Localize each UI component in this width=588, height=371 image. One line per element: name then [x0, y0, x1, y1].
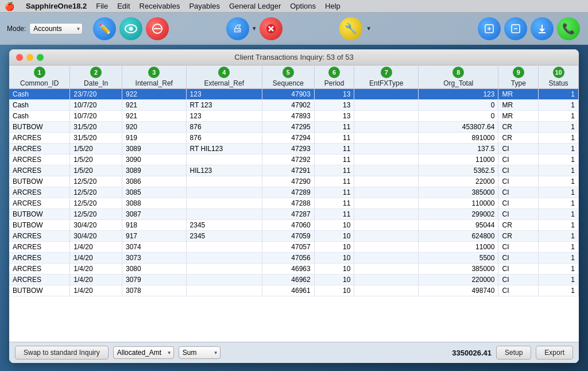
tools-dropdown-icon[interactable]: ▼ [366, 25, 372, 32]
table-row[interactable]: BUTBOW12/5/2030874728711299002CI1 [9, 209, 579, 220]
table-row[interactable]: ARCRES1/5/203089RT HIL1234729311137.5CI1 [9, 144, 579, 154]
cell-date: 10/7/20 [70, 100, 122, 111]
swap-inquiry-button[interactable]: Swap to standard Inquiry [15, 346, 109, 360]
table-row[interactable]: Cash10/7/2092112347893130MR1 [9, 111, 579, 122]
cell-internal-ref: 3089 [122, 165, 186, 176]
print-button[interactable]: 🖨 [226, 17, 249, 40]
export-button[interactable]: Export [536, 346, 573, 360]
cell-common-id: BUTBOW [9, 176, 70, 187]
table-row[interactable]: ARCRES1/5/203090472921111000CI1 [9, 154, 579, 165]
cell-type: CI [498, 187, 539, 198]
cell-external-ref [186, 264, 262, 275]
cell-internal-ref: 921 [122, 100, 186, 111]
cell-period: 10 [314, 220, 354, 231]
menu-file[interactable]: File [96, 2, 108, 10]
cell-org-total: 220000 [419, 275, 498, 285]
maximize-traffic-light[interactable] [37, 54, 44, 61]
cell-date: 1/4/20 [70, 264, 122, 275]
print-dropdown-icon[interactable]: ▼ [252, 25, 257, 32]
cell-type: CR [498, 133, 539, 144]
table-row[interactable]: Cash10/7/20921RT 12347902130MR1 [9, 100, 579, 111]
cell-external-ref [186, 253, 262, 264]
table-row[interactable]: ARCRES12/5/2030884728811110000CI1 [9, 198, 579, 209]
col-num-8: 8 [452, 67, 464, 78]
table-row[interactable]: ARCRES1/4/2030794696210220000CI1 [9, 275, 579, 285]
action3-button[interactable] [531, 17, 554, 40]
cell-type: MR [498, 100, 539, 111]
table-container[interactable]: 1 Common_ID 2 Date_In 3 Internal_R [9, 65, 579, 342]
col-header-external-ref: 4 External_Ref [186, 65, 262, 89]
menu-edit[interactable]: Edit [117, 2, 130, 10]
table-row[interactable]: BUTBOW30/4/209182345470601095044CR1 [9, 220, 579, 231]
setup-button[interactable]: Setup [496, 346, 531, 360]
cell-period: 13 [314, 100, 354, 111]
cell-entfxtype [354, 154, 419, 165]
close-traffic-light[interactable] [16, 54, 23, 61]
cell-internal-ref: 922 [122, 89, 186, 100]
cell-internal-ref: 3078 [122, 285, 186, 296]
agg-select[interactable]: Sum Average Count [179, 346, 220, 359]
cell-sequence: 46963 [262, 264, 315, 275]
table-row[interactable]: BUTBOW31/5/209208764729511453807.64CR1 [9, 122, 579, 133]
edit-button[interactable]: ✏️ [93, 17, 116, 40]
traffic-lights [16, 54, 44, 61]
table-row[interactable]: ARCRES1/5/203089HIL12347291115362.5CI1 [9, 165, 579, 176]
cell-sequence: 47059 [262, 231, 315, 242]
mode-select[interactable]: Accounts Contacts Transactions [29, 23, 83, 34]
cell-org-total: 11000 [419, 242, 498, 253]
table-row[interactable]: Cash23/7/209221234790313123MR1 [9, 89, 579, 100]
cell-internal-ref: 917 [122, 231, 186, 242]
action1-button[interactable] [478, 17, 501, 40]
col-num-2: 2 [90, 67, 102, 78]
app-name[interactable]: SapphireOne18.2 [26, 2, 87, 10]
cell-status: 1 [539, 220, 579, 231]
cell-org-total: 385000 [419, 187, 498, 198]
table-row[interactable]: ARCRES12/5/2030854728911385000CI1 [9, 187, 579, 198]
cell-date: 1/5/20 [70, 165, 122, 176]
cell-entfxtype [354, 253, 419, 264]
menu-receivables[interactable]: Receivables [140, 2, 180, 10]
view-button[interactable] [119, 17, 142, 40]
cell-external-ref [186, 154, 262, 165]
cell-common-id: ARCRES [9, 133, 70, 144]
table-row[interactable]: BUTBOW12/5/203086472901122000CI1 [9, 176, 579, 187]
cell-period: 11 [314, 122, 354, 133]
minimize-traffic-light[interactable] [26, 54, 33, 61]
tools-button[interactable]: 🔧 [339, 17, 362, 40]
menu-general-ledger[interactable]: General Ledger [229, 2, 281, 10]
cell-status: 1 [539, 133, 579, 144]
cell-internal-ref: 3089 [122, 144, 186, 154]
cell-sequence: 47060 [262, 220, 315, 231]
cell-common-id: Cash [9, 111, 70, 122]
close-window-button[interactable] [260, 17, 283, 40]
table-row[interactable]: ARCRES30/4/2091723454705910624800CR1 [9, 231, 579, 242]
toolbar: Mode: Accounts Contacts Transactions ✏️ [0, 13, 588, 45]
cell-org-total: 95044 [419, 220, 498, 231]
cancel-button[interactable] [146, 17, 169, 40]
cell-period: 11 [314, 198, 354, 209]
cell-entfxtype [354, 89, 419, 100]
table-header-row: 1 Common_ID 2 Date_In 3 Internal_R [9, 65, 579, 89]
cell-common-id: BUTBOW [9, 285, 70, 296]
menu-options[interactable]: Options [290, 2, 316, 10]
print-split-btn: 🖨 ▼ [225, 17, 257, 40]
cell-external-ref [186, 198, 262, 209]
table-row[interactable]: ARCRES31/5/209198764729411891000CR1 [9, 133, 579, 144]
menu-payables[interactable]: Payables [189, 2, 219, 10]
cell-entfxtype [354, 285, 419, 296]
table-row[interactable]: ARCRES1/4/20307347056105500CI1 [9, 253, 579, 264]
field-select[interactable]: Allocated_Amt Org_Total Amount [113, 346, 174, 359]
action2-button[interactable] [504, 17, 527, 40]
menu-bar: 🍎 SapphireOne18.2 File Edit Receivables … [0, 0, 588, 13]
cell-common-id: BUTBOW [9, 220, 70, 231]
cell-external-ref: 2345 [186, 231, 262, 242]
cell-date: 23/7/20 [70, 89, 122, 100]
menu-help[interactable]: Help [325, 2, 341, 10]
agg-select-wrapper: Sum Average Count [179, 346, 220, 359]
table-row[interactable]: BUTBOW1/4/2030784696110498740CI1 [9, 285, 579, 296]
cell-status: 1 [539, 209, 579, 220]
table-row[interactable]: ARCRES1/4/203074470571011000CI1 [9, 242, 579, 253]
table-row[interactable]: ARCRES1/4/2030804696310385000CI1 [9, 264, 579, 275]
cell-status: 1 [539, 89, 579, 100]
phone-button[interactable]: 📞 [557, 17, 580, 40]
